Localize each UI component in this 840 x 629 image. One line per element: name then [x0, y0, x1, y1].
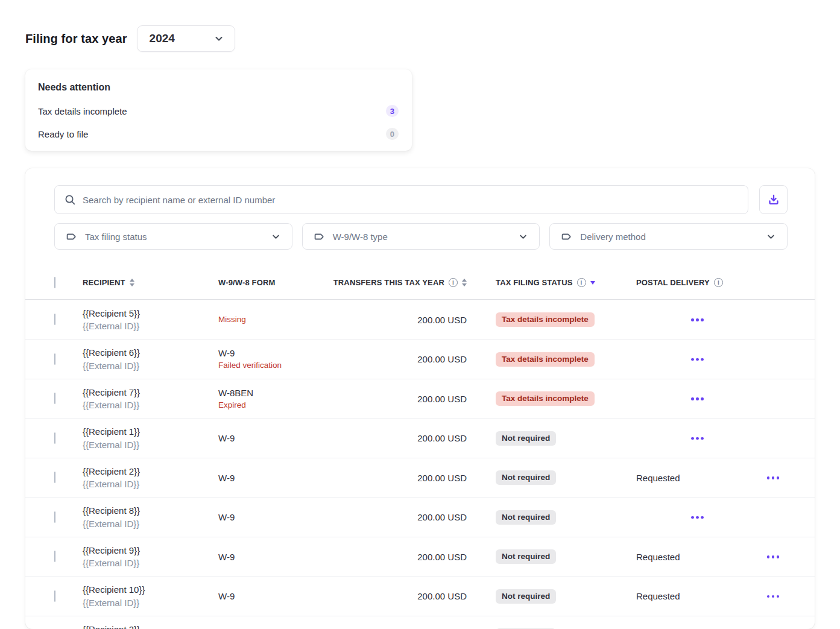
- row-checkbox[interactable]: [54, 590, 55, 602]
- row-checkbox[interactable]: [54, 432, 55, 444]
- recipient-name: {{Recipient 8}}: [83, 504, 218, 517]
- form-type: W-9: [218, 472, 318, 484]
- row-actions-button[interactable]: [759, 552, 788, 562]
- column-header-status[interactable]: TAX FILING STATUS i: [467, 278, 636, 287]
- select-all-checkbox[interactable]: [54, 277, 55, 288]
- recipient-external-id: {{External ID}}: [83, 359, 218, 373]
- filter-w9-w8-type[interactable]: W-9/W-8 type: [302, 223, 540, 250]
- sort-icon[interactable]: [462, 279, 467, 286]
- attention-item-label: Ready to file: [38, 129, 88, 139]
- row-actions-button[interactable]: [636, 355, 759, 365]
- tax-status-badge: Not required: [496, 510, 556, 525]
- recipient-name: {{Recipient 10}}: [83, 583, 218, 596]
- search-input[interactable]: [83, 195, 738, 205]
- row-actions-button[interactable]: [636, 434, 759, 444]
- recipient-cell: {{Recipient 10}} {{External ID}}: [83, 583, 218, 610]
- form-status-note: Missing: [218, 314, 318, 326]
- recipient-cell: {{Recipient 8}} {{External ID}}: [83, 504, 218, 531]
- info-icon[interactable]: i: [449, 278, 458, 287]
- recipients-table-card: Tax filing status W-9/W-8 type Delivery …: [25, 168, 815, 629]
- recipient-external-id: {{External ID}}: [83, 596, 218, 610]
- row-checkbox[interactable]: [54, 511, 55, 523]
- download-button[interactable]: [759, 185, 788, 214]
- magnifier-icon: [65, 194, 76, 206]
- transfers-amount: 200.00 USD: [318, 552, 467, 562]
- filter-label: Delivery method: [580, 232, 645, 242]
- tax-status-badge: Not required: [496, 589, 556, 604]
- count-badge: 0: [386, 128, 399, 140]
- filter-delivery-method[interactable]: Delivery method: [549, 223, 788, 250]
- transfers-amount: 200.00 USD: [318, 473, 467, 483]
- recipient-cell: {{Recipient 7}} {{External ID}}: [83, 386, 218, 412]
- table-row: {{Recipient 5}} {{External ID}} Missing …: [25, 300, 815, 340]
- tax-year-select[interactable]: 2024: [137, 25, 235, 52]
- recipient-cell: {{Recipient 6}} {{External ID}}: [83, 346, 218, 373]
- form-cell: Missing: [218, 314, 318, 326]
- tag-icon: [314, 231, 325, 242]
- status-cell: Not required: [467, 431, 636, 446]
- table-row: {{Recipient 3}} {{External ID}} Not requ…: [25, 616, 815, 629]
- sort-icon[interactable]: [130, 279, 134, 286]
- needs-attention-title: Needs attention: [38, 82, 399, 93]
- row-checkbox[interactable]: [54, 353, 55, 365]
- row-checkbox[interactable]: [54, 314, 55, 325]
- filter-label: W-9/W-8 type: [333, 232, 388, 242]
- sort-desc-icon[interactable]: [590, 281, 595, 285]
- status-cell: Not required: [467, 470, 636, 485]
- transfers-amount: 200.00 USD: [318, 512, 467, 522]
- recipient-cell: {{Recipient 9}} {{External ID}}: [83, 544, 218, 571]
- form-status-note: Expired: [218, 399, 318, 411]
- recipient-name: {{Recipient 6}}: [83, 346, 218, 359]
- recipient-name: {{Recipient 3}}: [83, 623, 218, 629]
- recipient-cell: {{Recipient 1}} {{External ID}}: [83, 425, 218, 452]
- recipient-name: {{Recipient 7}}: [83, 386, 218, 399]
- needs-attention-card: Needs attention Tax details incomplete 3…: [25, 69, 412, 151]
- form-cell: W-9: [218, 472, 318, 484]
- row-actions-button[interactable]: [636, 513, 759, 523]
- form-cell: W-9 Failed verification: [218, 347, 318, 371]
- column-header-recipient[interactable]: RECIPIENT: [83, 278, 218, 287]
- form-status-note: Failed verification: [218, 359, 318, 371]
- status-cell: Not required: [467, 589, 636, 604]
- row-actions-button[interactable]: [759, 592, 788, 602]
- postal-delivery-value: Requested: [636, 473, 759, 483]
- tax-status-badge: Tax details incomplete: [496, 312, 595, 327]
- status-cell: Tax details incomplete: [467, 312, 636, 327]
- recipient-cell: {{Recipient 5}} {{External ID}}: [83, 307, 218, 333]
- info-icon[interactable]: i: [577, 278, 586, 287]
- status-cell: Not required: [467, 549, 636, 564]
- form-type: W-8BEN: [218, 387, 318, 399]
- form-type: W-9: [218, 590, 318, 602]
- table-row: {{Recipient 2}} {{External ID}} W-9 200.…: [25, 458, 815, 498]
- recipient-name: {{Recipient 5}}: [83, 307, 218, 320]
- filter-tax-filing-status[interactable]: Tax filing status: [54, 223, 292, 250]
- form-cell: W-9: [218, 511, 318, 523]
- transfers-amount: 200.00 USD: [318, 433, 467, 443]
- count-badge: 3: [386, 105, 399, 117]
- row-actions-button[interactable]: [636, 394, 759, 404]
- recipient-external-id: {{External ID}}: [83, 438, 218, 452]
- table-row: {{Recipient 8}} {{External ID}} W-9 200.…: [25, 498, 815, 538]
- search-box: [54, 185, 748, 214]
- row-actions-button[interactable]: [636, 315, 759, 325]
- column-header-transfers[interactable]: TRANSFERS THIS TAX YEAR i: [318, 278, 467, 287]
- row-checkbox[interactable]: [54, 551, 55, 562]
- tax-status-badge: Tax details incomplete: [496, 391, 595, 406]
- postal-delivery-value: Requested: [636, 591, 759, 601]
- table-row: {{Recipient 10}} {{External ID}} W-9 200…: [25, 577, 815, 617]
- form-type: W-9: [218, 432, 318, 444]
- row-actions-button[interactable]: [759, 473, 788, 483]
- chevron-down-icon: [213, 33, 224, 44]
- table-row: {{Recipient 7}} {{External ID}} W-8BEN E…: [25, 379, 815, 419]
- row-checkbox[interactable]: [54, 393, 55, 404]
- info-icon[interactable]: i: [714, 278, 723, 287]
- transfers-amount: 200.00 USD: [318, 315, 467, 325]
- recipient-external-id: {{External ID}}: [83, 478, 218, 491]
- row-checkbox[interactable]: [54, 472, 55, 483]
- tag-icon: [66, 231, 77, 242]
- tax-status-badge: Tax details incomplete: [496, 352, 595, 367]
- status-cell: Tax details incomplete: [467, 352, 636, 367]
- column-header-form: W-9/W-8 FORM: [218, 278, 318, 287]
- transfers-amount: 200.00 USD: [318, 354, 467, 364]
- form-type: W-9: [218, 347, 318, 359]
